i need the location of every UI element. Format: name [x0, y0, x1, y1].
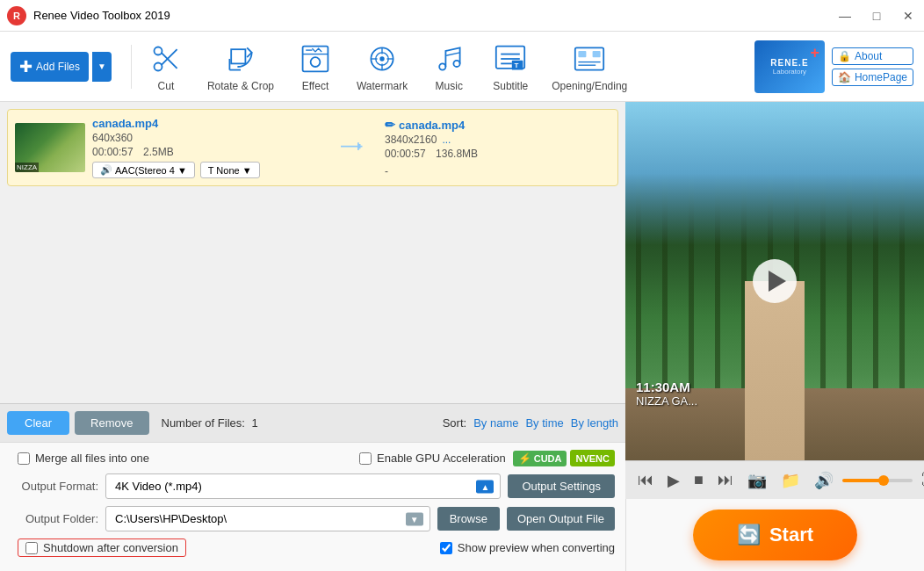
homepage-link[interactable]: 🏠 HomePage	[832, 69, 913, 86]
output-format-row: Output Format: 4K Video (*.mp4) ▲ Output…	[11, 473, 615, 499]
svg-line-19	[446, 52, 460, 55]
start-button[interactable]: 🔄 Start	[693, 510, 857, 560]
fullscreen-button[interactable]: ⛶	[916, 469, 924, 491]
output-folder-select[interactable]: C:\Users\HP\Desktop\	[105, 506, 430, 531]
start-section: 🔄 Start	[625, 499, 924, 571]
watermark-icon	[365, 41, 400, 76]
toolbar-effect[interactable]: Effect	[285, 38, 346, 96]
toolbar-cut[interactable]: Cut	[135, 38, 197, 96]
app-logo: R	[7, 6, 26, 25]
file-controls: 🔊 AAC(Stereo 4 ▼ T None ▼	[92, 162, 318, 178]
toolbar-subtitle[interactable]: T Subtitle	[480, 38, 541, 96]
sort-by-length[interactable]: By length	[571, 416, 618, 430]
shutdown-label[interactable]: Shutdown after conversion	[25, 541, 178, 554]
preview-checkbox[interactable]	[440, 542, 452, 554]
subtitle-ctrl-btn[interactable]: T None ▼	[200, 162, 260, 178]
play-button-overlay[interactable]	[753, 259, 797, 303]
brand-sub: Laboratory	[773, 68, 806, 76]
volume-slider[interactable]	[842, 479, 913, 482]
lock-icon: 🔒	[838, 50, 851, 62]
maximize-button[interactable]: □	[861, 0, 892, 32]
sort-by-name[interactable]: By name	[473, 416, 518, 430]
minimize-button[interactable]: —	[829, 0, 861, 32]
close-button[interactable]: ✕	[892, 0, 924, 32]
audio-label: AAC(Stereo 4	[115, 165, 175, 176]
output-folder-select-wrap: C:\Users\HP\Desktop\ ▼	[105, 506, 430, 531]
subtitle-icon: T	[493, 41, 528, 76]
output-file-info: ✏ canada.mp4 3840x2160 ... 00:00:57 136.…	[385, 118, 610, 177]
shutdown-checkbox[interactable]	[25, 542, 38, 554]
svg-point-0	[154, 62, 162, 70]
add-files-group[interactable]: ✚ Add Files ▼	[11, 52, 120, 82]
opening-ending-label: Opening/Ending	[552, 80, 627, 92]
svg-point-1	[154, 47, 162, 54]
toolbar-opening-ending[interactable]: Opening/Ending	[541, 38, 638, 96]
skip-forward-button[interactable]: ⏭	[712, 469, 739, 491]
gpu-area: Enable GPU Acceleration ⚡ CUDA NVENC	[359, 450, 615, 466]
sort-label: Sort:	[443, 416, 466, 430]
preview-label[interactable]: Show preview when converting	[440, 541, 615, 554]
merge-label-text: Merge all files into one	[35, 452, 149, 465]
music-label: Music	[436, 80, 463, 92]
svg-line-3	[162, 52, 177, 68]
volume-button[interactable]: 🔊	[809, 469, 839, 492]
open-output-button[interactable]: Open Output File	[507, 507, 615, 531]
about-link[interactable]: 🔒 About	[832, 47, 913, 65]
input-size: 2.5MB	[143, 146, 174, 158]
folder-button[interactable]: 📁	[776, 469, 805, 492]
main-toolbar: ✚ Add Files ▼ Cut Rotate	[0, 32, 924, 102]
file-list-area: NIZZA canada.mp4 640x360 00:00:57 2.5MB …	[0, 102, 625, 403]
left-panel: NIZZA canada.mp4 640x360 00:00:57 2.5MB …	[0, 102, 625, 571]
output-format-select[interactable]: 4K Video (*.mp4)	[105, 473, 501, 499]
home-icon: 🏠	[838, 71, 851, 83]
start-icon: 🔄	[737, 524, 761, 546]
output-more[interactable]: ...	[442, 134, 451, 146]
input-file-info: canada.mp4 640x360 00:00:57 2.5MB 🔊 AAC(…	[92, 117, 318, 178]
toolbar-rotate-crop[interactable]: Rotate & Crop	[197, 38, 285, 96]
svg-rect-28	[593, 51, 601, 57]
rotate-crop-icon	[223, 41, 258, 76]
audio-ctrl-btn[interactable]: 🔊 AAC(Stereo 4 ▼	[92, 162, 195, 178]
file-item: NIZZA canada.mp4 640x360 00:00:57 2.5MB …	[7, 109, 618, 186]
output-settings-button[interactable]: Output Settings	[508, 474, 615, 498]
output-duration-size: 00:00:57 136.8MB	[385, 148, 610, 160]
add-files-dropdown-arrow[interactable]: ▼	[92, 52, 112, 82]
input-duration: 00:00:57	[92, 146, 134, 158]
video-time: 11:30AM	[636, 379, 697, 394]
add-files-button[interactable]: ✚ Add Files	[11, 52, 89, 82]
sky-overlay	[625, 102, 924, 245]
toolbar-music[interactable]: Music	[418, 38, 480, 96]
merge-label[interactable]: Merge all files into one	[18, 452, 149, 465]
merge-checkbox[interactable]	[18, 452, 30, 465]
svg-point-18	[454, 60, 460, 66]
thumb-label: NIZZA	[15, 163, 39, 172]
brand-area: + RENE.E Laboratory 🔒 About 🏠 HomePage	[754, 40, 913, 93]
clear-button[interactable]: Clear	[7, 411, 69, 435]
svg-rect-4	[231, 49, 245, 63]
input-filename: canada.mp4	[92, 117, 318, 130]
thumb-image: NIZZA	[15, 123, 85, 172]
input-resolution: 640x360	[92, 132, 318, 144]
file-count-display: Number of Files: 1	[162, 416, 258, 430]
gpu-checkbox[interactable]	[359, 452, 372, 465]
output-folder-label: Output Folder:	[11, 512, 98, 525]
play-button[interactable]: ▶	[662, 469, 685, 492]
merge-gpu-row: Merge all files into one Enable GPU Acce…	[11, 450, 615, 466]
preview-label-text: Show preview when converting	[458, 541, 615, 554]
svg-rect-27	[579, 51, 587, 57]
browse-button[interactable]: Browse	[437, 507, 500, 531]
svg-point-17	[439, 63, 445, 69]
camera-button[interactable]: 📷	[742, 469, 772, 492]
stop-button[interactable]: ■	[689, 469, 709, 491]
remove-button[interactable]: Remove	[75, 411, 148, 435]
gpu-checkbox-label[interactable]: Enable GPU Acceleration	[359, 452, 506, 465]
effect-label: Effect	[302, 80, 328, 92]
file-thumbnail: NIZZA	[15, 123, 85, 172]
homepage-label: HomePage	[855, 71, 907, 83]
about-label: About	[855, 50, 882, 62]
player-controls: ⏮ ▶ ■ ⏭ 📷 📁 🔊 ⛶	[625, 460, 924, 499]
toolbar-watermark[interactable]: Watermark	[346, 38, 418, 96]
skip-back-button[interactable]: ⏮	[632, 469, 659, 491]
cuda-label: CUDA	[534, 453, 562, 464]
sort-by-time[interactable]: By time	[525, 416, 563, 430]
